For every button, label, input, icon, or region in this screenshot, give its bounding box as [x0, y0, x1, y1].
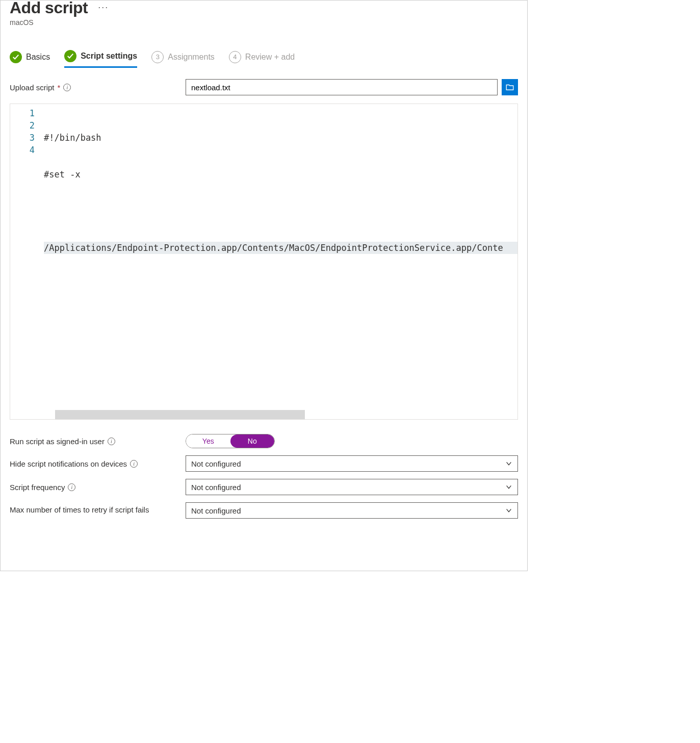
upload-script-row: Upload script * i — [10, 79, 518, 95]
run-as-user-row: Run script as signed-in user i Yes No — [10, 434, 518, 448]
horizontal-scrollbar[interactable] — [55, 410, 305, 419]
code-line: #set -x — [44, 168, 517, 181]
run-as-user-toggle[interactable]: Yes No — [186, 434, 275, 448]
select-value: Not configured — [191, 483, 241, 492]
script-frequency-label: Script frequency i — [10, 483, 186, 492]
step-number-badge: 4 — [229, 51, 241, 63]
panel-header: Add script ··· — [10, 0, 518, 17]
code-line: /Applications/Endpoint-Protection.app/Co… — [44, 242, 517, 254]
step-number-badge: 3 — [151, 51, 164, 63]
run-as-user-label: Run script as signed-in user i — [10, 437, 186, 446]
info-icon[interactable]: i — [63, 84, 71, 91]
folder-icon — [505, 83, 514, 92]
select-value: Not configured — [191, 459, 241, 468]
line-number: 1 — [10, 107, 35, 119]
line-number: 3 — [10, 132, 35, 144]
step-assignments[interactable]: 3 Assignments — [151, 50, 215, 68]
code-line — [44, 205, 517, 217]
upload-script-filename[interactable] — [186, 79, 498, 95]
step-review-add[interactable]: 4 Review + add — [229, 50, 295, 68]
chevron-down-icon — [505, 460, 512, 467]
add-script-panel: Add script ··· macOS Basics Script setti… — [0, 0, 528, 571]
upload-script-label: Upload script * i — [10, 83, 186, 92]
max-retry-select[interactable]: Not configured — [186, 502, 518, 519]
label-text: Hide script notifications on devices — [10, 459, 127, 468]
info-icon[interactable]: i — [130, 460, 138, 468]
hide-notifications-row: Hide script notifications on devices i N… — [10, 455, 518, 472]
required-asterisk: * — [58, 83, 61, 92]
toggle-yes[interactable]: Yes — [186, 434, 230, 448]
chevron-down-icon — [505, 483, 512, 491]
code-gutter: 1 2 3 4 — [10, 104, 44, 419]
check-icon — [10, 51, 22, 63]
wizard-steps: Basics Script settings 3 Assignments 4 R… — [10, 50, 518, 68]
select-value: Not configured — [191, 506, 241, 515]
hide-notifications-label: Hide script notifications on devices i — [10, 459, 186, 468]
step-label: Basics — [26, 53, 50, 62]
step-label: Assignments — [168, 53, 215, 62]
step-script-settings[interactable]: Script settings — [64, 50, 137, 68]
script-code-viewer[interactable]: 1 2 3 4 #!/bin/bash #set -x /Application… — [10, 104, 518, 420]
line-number: 4 — [10, 144, 35, 156]
code-line: #!/bin/bash — [44, 132, 517, 144]
browse-file-button[interactable] — [502, 79, 518, 95]
code-lines: #!/bin/bash #set -x /Applications/Endpoi… — [44, 104, 517, 419]
more-icon[interactable]: ··· — [98, 2, 109, 13]
label-text: Script frequency — [10, 483, 65, 492]
page-subtitle: macOS — [10, 18, 518, 27]
max-retry-label: Max number of times to retry if script f… — [10, 502, 186, 514]
check-icon — [64, 50, 76, 62]
script-frequency-row: Script frequency i Not configured — [10, 479, 518, 495]
step-basics[interactable]: Basics — [10, 50, 50, 68]
max-retry-row: Max number of times to retry if script f… — [10, 502, 518, 519]
chevron-down-icon — [505, 507, 512, 514]
toggle-no[interactable]: No — [230, 434, 275, 448]
info-icon[interactable]: i — [108, 438, 115, 445]
label-text: Upload script — [10, 83, 55, 92]
step-label: Review + add — [245, 53, 295, 62]
step-label: Script settings — [81, 52, 137, 61]
label-text: Run script as signed-in user — [10, 437, 105, 446]
info-icon[interactable]: i — [68, 483, 75, 491]
hide-notifications-select[interactable]: Not configured — [186, 455, 518, 472]
line-number: 2 — [10, 119, 35, 132]
label-text: Max number of times to retry if script f… — [10, 505, 149, 514]
script-frequency-select[interactable]: Not configured — [186, 479, 518, 495]
page-title: Add script — [10, 0, 88, 17]
